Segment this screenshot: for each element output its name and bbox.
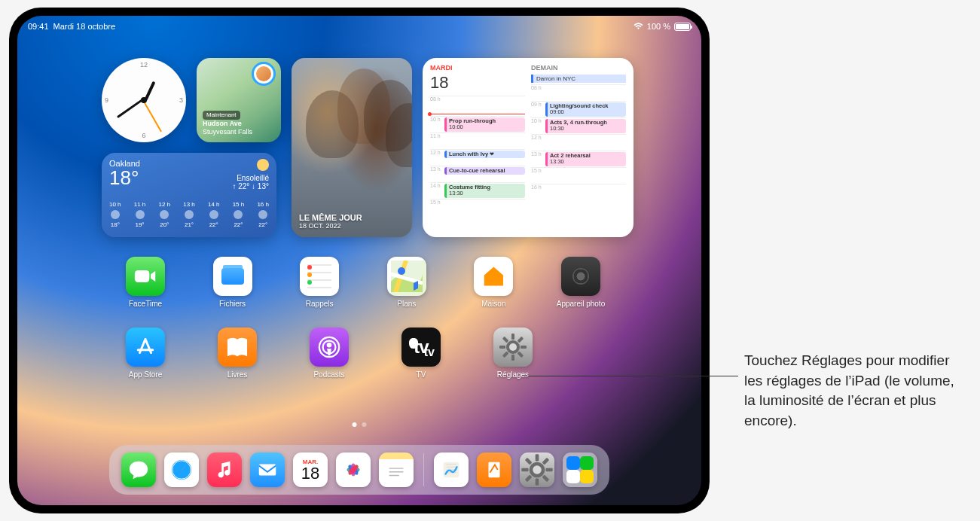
files-icon: [213, 257, 252, 296]
weather-temp: 18°: [109, 168, 140, 187]
tv-icon: tv: [401, 328, 441, 367]
app-facetime[interactable]: FaceTime: [115, 257, 176, 308]
dock-separator: [423, 453, 424, 486]
app-livres[interactable]: Livres: [207, 328, 267, 379]
weather-hour-icon: [234, 210, 243, 219]
app-fichiers[interactable]: Fichiers: [203, 257, 263, 308]
photos-icon: [336, 452, 371, 487]
cal-hour-row: 16 h: [531, 184, 626, 200]
find-my-widget[interactable]: Maintenant Hudson Ave Stuyvesant Falls: [197, 58, 281, 142]
cal-today-num: 18: [430, 73, 525, 93]
page-dot: [362, 422, 367, 427]
notes-icon: [379, 452, 414, 487]
app-grid: FaceTimeFichiersRappelsPlansMaisonAppare…: [115, 257, 611, 398]
cal-event[interactable]: Acts 3, 4 run-through10:30: [545, 119, 626, 133]
cal-today-label: MARDI: [430, 64, 453, 72]
reminders-icon: [300, 257, 339, 296]
weather-hour-icon: [185, 210, 194, 219]
battery-icon: [674, 23, 691, 31]
svg-rect-18: [489, 462, 500, 478]
calendar-widget[interactable]: MARDI 18 08 h10 hProp run-through10:0011…: [423, 58, 633, 237]
app-plans[interactable]: Plans: [377, 257, 437, 308]
cal-tomorrow-label: DEMAIN: [531, 64, 558, 72]
weather-hour: 14 h22°: [208, 201, 220, 228]
photos-date: 18 OCT. 2022: [299, 222, 362, 230]
app-podcasts[interactable]: Podcasts: [299, 328, 359, 379]
app-appareil-photo[interactable]: Appareil photo: [551, 257, 611, 308]
app-tv[interactable]: tvTV: [391, 328, 451, 379]
app-label: TV: [417, 370, 426, 379]
app-rappels[interactable]: Rappels: [289, 257, 350, 308]
appstore-icon: [126, 328, 165, 367]
app-label: App Store: [129, 370, 162, 379]
mail-icon: [250, 452, 285, 487]
find-my-street: Hudson Ave: [203, 120, 242, 127]
weather-hour: 11 h19°: [134, 201, 146, 228]
callout-text: Touchez Réglages pour modifier les régla…: [744, 351, 955, 431]
app-label: FaceTime: [129, 300, 162, 308]
cal-event[interactable]: Cue-to-cue rehearsal: [444, 167, 525, 175]
cal-hour-row: 11 h: [430, 133, 525, 149]
wifi-icon: [633, 23, 643, 30]
applib-icon: [563, 452, 597, 487]
music-icon: [207, 452, 242, 487]
cal-hour-row: 10 hActs 3, 4 run-through10:30: [531, 117, 626, 134]
cal-event[interactable]: Act 2 rehearsal13:30: [545, 152, 626, 166]
weather-condition: Ensoleillé: [237, 174, 269, 182]
safari-icon: [164, 452, 199, 487]
cal-event[interactable]: Costume fitting13:30: [444, 184, 525, 198]
find-my-now-badge: Maintenant: [203, 111, 240, 120]
svg-point-2: [398, 267, 405, 275]
home-screen[interactable]: 09:41 Mardi 18 octobre 100 % 12 3 6: [17, 16, 701, 505]
app-r-glages[interactable]: Réglages: [483, 328, 543, 379]
podcasts-icon: [310, 328, 349, 367]
app-label: Livres: [227, 370, 248, 379]
app-label: Podcasts: [313, 370, 344, 379]
status-time: 09:41: [28, 22, 49, 31]
cal-hour-row: 08 h: [531, 84, 626, 101]
cal-icon: MAR.18: [293, 452, 328, 487]
app-maison[interactable]: Maison: [463, 257, 524, 308]
page-indicator[interactable]: [353, 422, 367, 427]
ipad-device-frame: 09:41 Mardi 18 octobre 100 % 12 3 6: [9, 8, 710, 513]
status-battery-pct: 100 %: [647, 22, 670, 31]
callout-leader-line: [526, 376, 738, 376]
weather-hour: 13 h21°: [183, 201, 195, 228]
svg-point-6: [172, 460, 191, 480]
sun-icon: [257, 159, 269, 171]
photos-widget[interactable]: LE MÊME JOUR 18 OCT. 2022: [292, 58, 412, 237]
weather-hilo: ↑ 22° ↓ 13°: [232, 182, 269, 190]
cal-event[interactable]: Lighting/sound check09:00: [545, 102, 626, 117]
app-label: Réglages: [497, 370, 529, 379]
weather-hour-icon: [136, 210, 145, 219]
svg-rect-0: [135, 270, 149, 282]
clock-widget[interactable]: 12 3 6 9: [102, 58, 186, 142]
status-bar: 09:41 Mardi 18 octobre 100 %: [28, 19, 691, 34]
maps-icon: [387, 257, 426, 296]
app-label: Maison: [481, 300, 505, 308]
cal-event[interactable]: Prop run-through10:00: [444, 117, 525, 132]
camera-icon: [561, 257, 600, 296]
weather-hour-icon: [111, 210, 120, 219]
photos-title: LE MÊME JOUR: [299, 213, 362, 222]
weather-hour: 15 h22°: [233, 201, 245, 228]
page-dot: [353, 422, 357, 427]
app-row-2: App StoreLivresPodcaststvTVRéglages: [115, 328, 611, 379]
cal-tomorrow-list: 08 h09 hLighting/sound check09:0010 hAct…: [531, 84, 626, 200]
cal-hour-row: 14 hCostume fitting13:30: [430, 182, 525, 199]
cal-hour-row: 08 h: [430, 96, 525, 112]
freeform-icon: [434, 452, 469, 487]
app-app-store[interactable]: App Store: [115, 328, 176, 379]
messages-icon: [121, 452, 156, 487]
cal-now-line: [430, 114, 525, 114]
person-pin-icon: [254, 64, 273, 84]
cal-event[interactable]: Lunch with Ivy: [444, 151, 525, 158]
cal-hour-row: 13 hAct 2 rehearsal13:30: [531, 151, 626, 167]
settings-dock-icon: [520, 452, 554, 487]
weather-widget[interactable]: Oakland 18° Ensoleillé ↑ 22° ↓ 13° 10 h1…: [102, 153, 276, 237]
cal-hour-row: 10 hProp run-through10:00: [430, 116, 525, 133]
dock: MAR.18: [109, 445, 609, 495]
weather-hour: 12 h20°: [158, 201, 170, 228]
weather-hour-icon: [209, 210, 218, 219]
cal-allday-event: Darron in NYC: [531, 75, 626, 83]
